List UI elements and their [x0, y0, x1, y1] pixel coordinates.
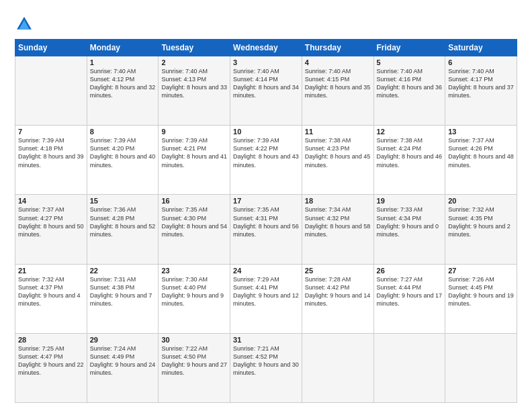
- day-number: 12: [377, 128, 443, 136]
- cell-content: Sunrise: 7:25 AM Sunset: 4:47 PM Dayligh…: [18, 345, 84, 377]
- day-number: 18: [305, 197, 371, 205]
- cell-content: Sunrise: 7:40 AM Sunset: 4:15 PM Dayligh…: [305, 67, 371, 100]
- cell-content: Sunrise: 7:28 AM Sunset: 4:42 PM Dayligh…: [305, 275, 371, 308]
- cell-content: Sunrise: 7:32 AM Sunset: 4:37 PM Dayligh…: [18, 275, 84, 308]
- day-number: 22: [90, 267, 156, 275]
- day-number: 15: [90, 197, 156, 205]
- calendar-cell: 9Sunrise: 7:39 AM Sunset: 4:21 PM Daylig…: [159, 126, 230, 195]
- calendar-cell: [302, 333, 373, 402]
- cell-content: Sunrise: 7:39 AM Sunset: 4:22 PM Dayligh…: [233, 136, 299, 169]
- day-number: 6: [448, 58, 514, 66]
- calendar-table: SundayMondayTuesdayWednesdayThursdayFrid…: [15, 39, 517, 403]
- logo-icon: [15, 15, 34, 34]
- calendar-cell: 27Sunrise: 7:26 AM Sunset: 4:45 PM Dayli…: [445, 264, 517, 333]
- day-number: 28: [18, 336, 84, 344]
- calendar-cell: 19Sunrise: 7:33 AM Sunset: 4:34 PM Dayli…: [373, 195, 445, 264]
- day-number: 26: [377, 267, 443, 275]
- calendar-cell: 12Sunrise: 7:38 AM Sunset: 4:24 PM Dayli…: [373, 126, 445, 195]
- cell-content: Sunrise: 7:40 AM Sunset: 4:16 PM Dayligh…: [377, 67, 443, 100]
- calendar-cell: 2Sunrise: 7:40 AM Sunset: 4:13 PM Daylig…: [159, 56, 230, 126]
- page-header: [15, 12, 517, 34]
- day-number: 8: [90, 128, 156, 136]
- calendar-cell: 30Sunrise: 7:22 AM Sunset: 4:50 PM Dayli…: [159, 333, 230, 402]
- day-number: 7: [18, 128, 84, 136]
- calendar-cell: 4Sunrise: 7:40 AM Sunset: 4:15 PM Daylig…: [302, 56, 373, 126]
- header-day-sunday: Sunday: [15, 40, 87, 56]
- day-number: 3: [233, 58, 299, 66]
- header-row: SundayMondayTuesdayWednesdayThursdayFrid…: [15, 40, 517, 56]
- day-number: 20: [448, 197, 514, 205]
- cell-content: Sunrise: 7:38 AM Sunset: 4:24 PM Dayligh…: [377, 136, 443, 169]
- cell-content: Sunrise: 7:39 AM Sunset: 4:18 PM Dayligh…: [18, 136, 84, 169]
- cell-content: Sunrise: 7:36 AM Sunset: 4:28 PM Dayligh…: [90, 205, 156, 238]
- cell-content: Sunrise: 7:40 AM Sunset: 4:12 PM Dayligh…: [90, 67, 156, 100]
- calendar-cell: [445, 333, 517, 402]
- calendar-cell: 23Sunrise: 7:30 AM Sunset: 4:40 PM Dayli…: [159, 264, 230, 333]
- day-number: 13: [448, 128, 514, 136]
- header-day-saturday: Saturday: [445, 40, 517, 56]
- day-number: 30: [161, 336, 227, 344]
- cell-content: Sunrise: 7:40 AM Sunset: 4:13 PM Dayligh…: [161, 67, 227, 100]
- week-row-2: 14Sunrise: 7:37 AM Sunset: 4:27 PM Dayli…: [15, 195, 517, 264]
- calendar-cell: 6Sunrise: 7:40 AM Sunset: 4:17 PM Daylig…: [445, 56, 517, 126]
- cell-content: Sunrise: 7:39 AM Sunset: 4:20 PM Dayligh…: [90, 136, 156, 169]
- calendar-cell: 17Sunrise: 7:35 AM Sunset: 4:31 PM Dayli…: [230, 195, 302, 264]
- cell-content: Sunrise: 7:35 AM Sunset: 4:31 PM Dayligh…: [233, 205, 299, 238]
- cell-content: Sunrise: 7:39 AM Sunset: 4:21 PM Dayligh…: [161, 136, 227, 169]
- calendar-cell: 8Sunrise: 7:39 AM Sunset: 4:20 PM Daylig…: [87, 126, 159, 195]
- day-number: 14: [18, 197, 84, 205]
- cell-content: Sunrise: 7:22 AM Sunset: 4:50 PM Dayligh…: [161, 345, 227, 377]
- day-number: 16: [161, 197, 227, 205]
- cell-content: Sunrise: 7:35 AM Sunset: 4:30 PM Dayligh…: [161, 205, 227, 238]
- calendar-cell: 18Sunrise: 7:34 AM Sunset: 4:32 PM Dayli…: [302, 195, 373, 264]
- cell-content: Sunrise: 7:27 AM Sunset: 4:44 PM Dayligh…: [377, 275, 443, 308]
- day-number: 17: [233, 197, 299, 205]
- week-row-4: 28Sunrise: 7:25 AM Sunset: 4:47 PM Dayli…: [15, 333, 517, 402]
- day-number: 2: [161, 58, 227, 66]
- week-row-1: 7Sunrise: 7:39 AM Sunset: 4:18 PM Daylig…: [15, 126, 517, 195]
- calendar-cell: 14Sunrise: 7:37 AM Sunset: 4:27 PM Dayli…: [15, 195, 87, 264]
- cell-content: Sunrise: 7:37 AM Sunset: 4:26 PM Dayligh…: [448, 136, 514, 169]
- logo: [15, 15, 36, 34]
- day-number: 24: [233, 267, 299, 275]
- day-number: 4: [305, 58, 371, 66]
- cell-content: Sunrise: 7:33 AM Sunset: 4:34 PM Dayligh…: [377, 205, 443, 238]
- cell-content: Sunrise: 7:34 AM Sunset: 4:32 PM Dayligh…: [305, 205, 371, 238]
- header-day-monday: Monday: [87, 40, 159, 56]
- day-number: 1: [90, 58, 156, 66]
- calendar-cell: 13Sunrise: 7:37 AM Sunset: 4:26 PM Dayli…: [445, 126, 517, 195]
- day-number: 31: [233, 336, 299, 344]
- calendar-cell: [373, 333, 445, 402]
- header-day-friday: Friday: [373, 40, 445, 56]
- calendar-cell: 25Sunrise: 7:28 AM Sunset: 4:42 PM Dayli…: [302, 264, 373, 333]
- calendar-cell: 1Sunrise: 7:40 AM Sunset: 4:12 PM Daylig…: [87, 56, 159, 126]
- cell-content: Sunrise: 7:26 AM Sunset: 4:45 PM Dayligh…: [448, 275, 514, 308]
- calendar-cell: 11Sunrise: 7:38 AM Sunset: 4:23 PM Dayli…: [302, 126, 373, 195]
- day-number: 5: [377, 58, 443, 66]
- cell-content: Sunrise: 7:32 AM Sunset: 4:35 PM Dayligh…: [448, 205, 514, 238]
- day-number: 21: [18, 267, 84, 275]
- cell-content: Sunrise: 7:37 AM Sunset: 4:27 PM Dayligh…: [18, 205, 84, 238]
- day-number: 29: [90, 336, 156, 344]
- day-number: 25: [305, 267, 371, 275]
- calendar-cell: 28Sunrise: 7:25 AM Sunset: 4:47 PM Dayli…: [15, 333, 87, 402]
- day-number: 9: [161, 128, 227, 136]
- day-number: 19: [377, 197, 443, 205]
- calendar-cell: 16Sunrise: 7:35 AM Sunset: 4:30 PM Dayli…: [159, 195, 230, 264]
- day-number: 11: [305, 128, 371, 136]
- calendar-cell: 5Sunrise: 7:40 AM Sunset: 4:16 PM Daylig…: [373, 56, 445, 126]
- calendar-cell: 26Sunrise: 7:27 AM Sunset: 4:44 PM Dayli…: [373, 264, 445, 333]
- calendar-cell: 31Sunrise: 7:21 AM Sunset: 4:52 PM Dayli…: [230, 333, 302, 402]
- cell-content: Sunrise: 7:24 AM Sunset: 4:49 PM Dayligh…: [90, 345, 156, 377]
- day-number: 23: [161, 267, 227, 275]
- cell-content: Sunrise: 7:40 AM Sunset: 4:17 PM Dayligh…: [448, 67, 514, 100]
- header-day-thursday: Thursday: [302, 40, 373, 56]
- week-row-3: 21Sunrise: 7:32 AM Sunset: 4:37 PM Dayli…: [15, 264, 517, 333]
- cell-content: Sunrise: 7:38 AM Sunset: 4:23 PM Dayligh…: [305, 136, 371, 169]
- calendar-cell: 7Sunrise: 7:39 AM Sunset: 4:18 PM Daylig…: [15, 126, 87, 195]
- header-day-tuesday: Tuesday: [159, 40, 230, 56]
- day-number: 27: [448, 267, 514, 275]
- calendar-cell: [15, 56, 87, 126]
- calendar-cell: 21Sunrise: 7:32 AM Sunset: 4:37 PM Dayli…: [15, 264, 87, 333]
- calendar-cell: 15Sunrise: 7:36 AM Sunset: 4:28 PM Dayli…: [87, 195, 159, 264]
